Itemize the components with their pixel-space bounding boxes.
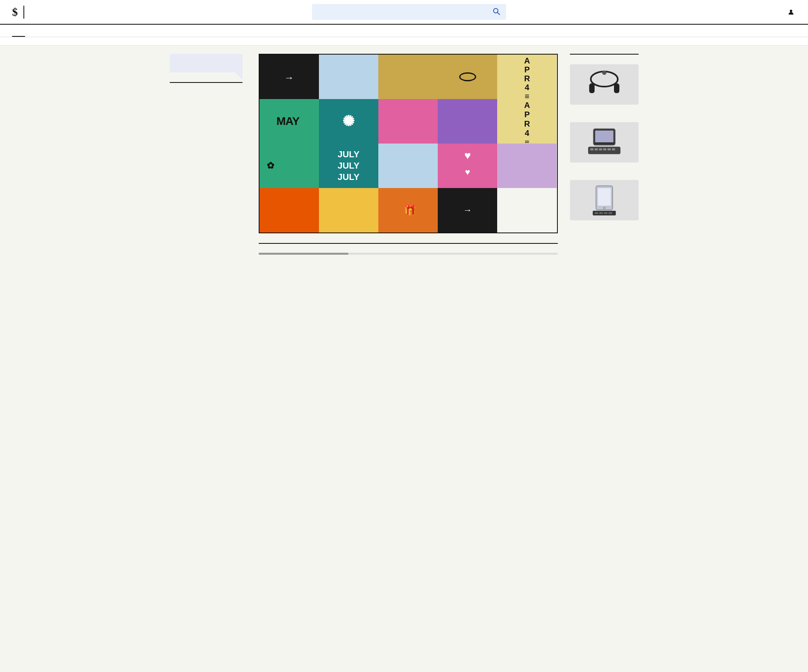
svg-rect-21 (599, 212, 603, 214)
nav-popular[interactable] (12, 25, 25, 37)
svg-rect-13 (603, 148, 606, 150)
right-sidebar (566, 54, 639, 255)
flower-icon: ✿ (267, 161, 274, 171)
apr-r2-5: ≡ (525, 138, 530, 144)
svg-rect-12 (599, 148, 602, 150)
jun-num-row: ✿ (264, 161, 274, 171)
nav-bar (0, 25, 808, 37)
grid-year-2021: → (259, 55, 319, 99)
svg-line-1 (497, 13, 500, 15)
grid-feb (378, 99, 438, 144)
tablet-keyboard-icon (577, 126, 632, 158)
apr-4: 4 (525, 83, 529, 92)
grid-nov (319, 188, 378, 232)
arrow-right-icon: → (284, 72, 294, 83)
apr-a: A (524, 56, 530, 65)
daily-deals-title (570, 54, 639, 58)
nav-tech[interactable] (38, 25, 51, 37)
apr-r2-2: P (524, 110, 530, 119)
grid-july: JULY JULY JULY (319, 144, 378, 188)
search-icon (492, 7, 500, 15)
login-button[interactable] (788, 9, 796, 15)
grid-11 (378, 144, 438, 188)
svg-rect-11 (595, 148, 598, 150)
apr-r2-1: A (524, 101, 530, 110)
svg-rect-4 (589, 83, 594, 93)
deal-price-0 (570, 108, 639, 114)
heart-2: ♥ (465, 167, 470, 178)
svg-rect-8 (595, 131, 613, 142)
nav-blog[interactable] (129, 25, 141, 37)
logo-divider (23, 6, 24, 19)
promo-box (170, 54, 243, 72)
grid-apr-r2: A P R 4 ≡ (497, 99, 557, 144)
apr-r2-3: R (524, 119, 530, 129)
svg-rect-20 (595, 212, 598, 214)
deal-img-2 (570, 180, 639, 220)
grid-dec: 🎁 (378, 188, 438, 232)
july-3: JULY (338, 172, 359, 182)
march-name (459, 72, 476, 81)
apr-r: R (524, 74, 530, 83)
svg-rect-14 (608, 148, 611, 150)
nav-deals[interactable] (116, 25, 129, 37)
arrow-2022-icon: → (463, 205, 472, 216)
search-bar[interactable] (312, 4, 506, 20)
nav-appliances[interactable] (90, 25, 103, 37)
main-layout: → A P R 4 ≡ MAY (162, 46, 647, 263)
deal-price-1 (570, 166, 639, 172)
search-button[interactable] (487, 4, 506, 20)
apr-lines: ≡ (525, 92, 530, 99)
year-review-grid[interactable]: → A P R 4 ≡ MAY (259, 54, 558, 233)
grid-jun: ✿ (259, 144, 319, 188)
header-right (788, 9, 796, 15)
search-input[interactable] (312, 4, 487, 19)
nav-home-garden[interactable] (51, 25, 64, 37)
left-sidebar (170, 54, 251, 255)
grid-oct (259, 188, 319, 232)
starburst-icon: ✺ (342, 114, 354, 129)
may-name: MAY (276, 115, 300, 128)
deal-item-2 (570, 180, 639, 220)
svg-rect-17 (598, 188, 611, 205)
center-content: → A P R 4 ≡ MAY (251, 54, 566, 255)
july-2: JULY (338, 161, 359, 171)
july-1: JULY (338, 149, 359, 160)
headset-icon (577, 68, 632, 101)
nav-gifts[interactable] (25, 25, 38, 37)
nav-sleep[interactable] (64, 25, 77, 37)
bottom-section (259, 241, 558, 249)
related-title (259, 241, 558, 244)
svg-rect-23 (608, 212, 612, 214)
grid-hearts: ♥ ♥ (438, 144, 497, 188)
header: $ (0, 0, 808, 25)
nav-more-categories[interactable] (103, 25, 116, 37)
logo-area: $ (12, 6, 30, 19)
apr-r2-4: 4 (525, 129, 529, 138)
scroll-bar[interactable] (259, 253, 558, 255)
apr-p1: P (524, 65, 530, 74)
promo-corner (234, 72, 243, 80)
related-box (259, 241, 558, 249)
grid-jul: ✺ (319, 99, 378, 144)
ipad-icon (577, 184, 632, 216)
grid-sep (497, 144, 557, 188)
grid-jan (319, 55, 378, 99)
gift-icon: 🎁 (404, 205, 416, 216)
svg-point-18 (603, 207, 605, 209)
deal-item-0 (570, 64, 639, 114)
svg-point-2 (790, 10, 792, 12)
svg-point-6 (602, 70, 606, 75)
deal-img-1 (570, 122, 639, 163)
grid-aug (438, 99, 497, 144)
svg-rect-5 (614, 83, 619, 93)
nyt-logo: $ (12, 6, 18, 19)
svg-rect-10 (590, 148, 593, 150)
scroll-bar-thumb (259, 253, 348, 255)
sidebar-divider (170, 82, 243, 83)
grid-may: MAY (259, 99, 319, 144)
affiliate-bar (0, 37, 808, 46)
grid-apr: A P R 4 ≡ (497, 55, 557, 99)
nav-kitchen[interactable] (77, 25, 90, 37)
svg-rect-22 (603, 212, 607, 214)
